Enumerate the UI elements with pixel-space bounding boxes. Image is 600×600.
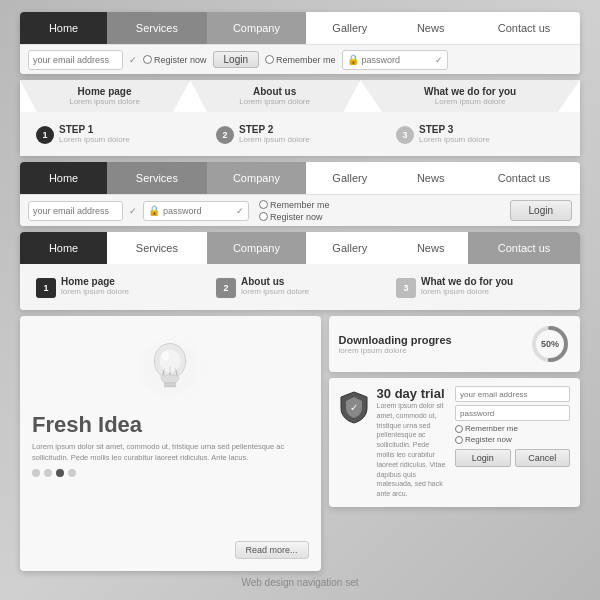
footer-label: Web design navigation set (241, 577, 358, 588)
lock-icon-2: 🔒 (148, 205, 160, 216)
bulb-icon (135, 333, 205, 403)
navbar-2: Home Services Company Gallery News Conta… (20, 162, 580, 226)
nav-tab-services-1[interactable]: Services (107, 12, 207, 44)
step-sub-3: Lorem ipsum dolore (419, 135, 490, 144)
download-title: Downloading progres (339, 334, 522, 346)
remember-radio-2[interactable]: Remember me (259, 200, 330, 210)
step-item-3: 3 STEP 3 Lorem ipsum dolore (390, 120, 570, 148)
step-num-2: 2 (216, 126, 234, 144)
nav-tab-contact-1[interactable]: Contact us (468, 12, 580, 44)
nav-tab-news-1[interactable]: News (393, 12, 468, 44)
remember-radio-1[interactable]: Remember me (265, 55, 336, 65)
trial-title: 30 day trial (377, 386, 447, 401)
nav-tabs-3: Home Services Company Gallery News Conta… (20, 232, 580, 264)
step-tab-about-sub: Lorem ipsum dolore (239, 97, 310, 106)
step-title-1: STEP 1 (59, 124, 130, 135)
nav-tab-gallery-3[interactable]: Gallery (306, 232, 393, 264)
step-tab-what-label: What we do for you (424, 86, 516, 97)
shield-svg: ✓ (339, 390, 369, 425)
trial-remember-radio[interactable] (455, 425, 463, 433)
step-tab-whatwedo-1[interactable]: What we do for you Lorem ipsum dolore (360, 80, 580, 112)
trial-sub: Lorem ipsum dolor sit amet, commodo ut, … (377, 401, 447, 499)
nav-tab-company-1[interactable]: Company (207, 12, 307, 44)
check-icon-2: ✓ (129, 206, 137, 216)
register-radio-2[interactable]: Register now (259, 212, 330, 222)
shield-icon: ✓ (339, 390, 369, 431)
remember-radio-input-1[interactable] (265, 55, 274, 64)
step-sub-1: Lorem ipsum dolore (59, 135, 130, 144)
progress-circle: 50% (530, 324, 570, 364)
step-items-1: 1 STEP 1 Lorem ipsum dolore 2 STEP 2 Lor… (20, 112, 580, 156)
trial-remember-label[interactable]: Remember me (455, 424, 570, 433)
email-input-2[interactable] (28, 201, 123, 221)
register-input-2[interactable] (259, 212, 268, 221)
step-item-1: 1 STEP 1 Lorem ipsum dolore (30, 120, 210, 148)
register-radio-1[interactable]: Register now (143, 55, 207, 65)
register-label-2: Register now (270, 212, 323, 222)
svg-rect-2 (164, 382, 176, 385)
trial-cancel-btn[interactable]: Cancel (515, 449, 571, 467)
read-more-btn[interactable]: Read more... (235, 541, 309, 559)
remember-label-1: Remember me (276, 55, 336, 65)
nav-tab-services-3[interactable]: Services (107, 232, 207, 264)
step-item-2: 2 STEP 2 Lorem ipsum dolore (210, 120, 390, 148)
trial-btn-row: Login Cancel (455, 449, 570, 467)
svg-rect-3 (164, 385, 176, 388)
login-bar-1: ✓ Register now Login Remember me 🔒 ✓ (20, 44, 580, 74)
lock-icon-1: 🔒 (347, 54, 359, 65)
nav-tab-news-2[interactable]: News (393, 162, 468, 194)
login-btn-1[interactable]: Login (213, 51, 259, 68)
nav-tab-home-2[interactable]: Home (20, 162, 107, 194)
register-label-1: Register now (154, 55, 207, 65)
remember-input-2[interactable] (259, 200, 268, 209)
nav-tab-company-2[interactable]: Company (207, 162, 307, 194)
step-items-3: 1 Home page lorem ipsum dolore 2 About u… (20, 264, 580, 310)
trial-email-input[interactable] (455, 386, 570, 402)
register-radio-input-1[interactable] (143, 55, 152, 64)
step-item-3-3: 3 What we do for you lorem ipsum dolore (390, 272, 570, 302)
trial-register-label[interactable]: Register now (455, 435, 570, 444)
nav-tab-contact-2[interactable]: Contact us (468, 162, 580, 194)
step-num-3: 3 (396, 126, 414, 144)
password-wrap-1: 🔒 ✓ (342, 50, 448, 70)
trial-remember-text: Remember me (465, 424, 518, 433)
trial-register-text: Register now (465, 435, 512, 444)
nav-tab-company-3[interactable]: Company (207, 232, 307, 264)
progress-label: 50% (541, 339, 559, 349)
trial-register-radio[interactable] (455, 436, 463, 444)
nav-tabs-1: Home Services Company Gallery News Conta… (20, 12, 580, 44)
email-input-1[interactable] (28, 50, 123, 70)
step-tab-home-sub: Lorem ipsum dolore (69, 97, 140, 106)
shield-area: ✓ (339, 386, 369, 499)
step-tab-about-label: About us (239, 86, 310, 97)
bulb-area (32, 328, 309, 408)
password-input-2[interactable] (163, 206, 233, 216)
step-tab-home-1[interactable]: Home page Lorem ipsum dolore (20, 80, 190, 112)
trial-password-input[interactable] (455, 405, 570, 421)
nav-tab-gallery-2[interactable]: Gallery (306, 162, 393, 194)
nav-tab-news-3[interactable]: News (393, 232, 468, 264)
trial-form: Remember me Register now Login Cancel (455, 386, 570, 499)
nav-tab-gallery-1[interactable]: Gallery (306, 12, 393, 44)
bottom-row: Fresh Idea Lorem ipsum dolor sit amet, c… (20, 316, 580, 571)
fresh-card: Fresh Idea Lorem ipsum dolor sit amet, c… (20, 316, 321, 571)
nav-tab-services-2[interactable]: Services (107, 162, 207, 194)
step3-title-1: Home page (61, 276, 129, 287)
navbar-3: Home Services Company Gallery News Conta… (20, 232, 580, 310)
step-tab-home-label: Home page (69, 86, 140, 97)
step-bar-1: Home page Lorem ipsum dolore About us Lo… (20, 80, 580, 156)
step3-title-2: About us (241, 276, 309, 287)
step-num3-3: 3 (396, 278, 416, 298)
login-btn-2[interactable]: Login (510, 200, 572, 221)
step-num3-1: 1 (36, 278, 56, 298)
nav-tab-contact-3[interactable]: Contact us (468, 232, 580, 264)
password-wrap-2: 🔒 ✓ (143, 201, 249, 221)
download-sub: lorem ipsum dolore (339, 346, 522, 355)
nav-tab-home-1[interactable]: Home (20, 12, 107, 44)
trial-login-btn[interactable]: Login (455, 449, 511, 467)
nav-tab-home-3[interactable]: Home (20, 232, 107, 264)
step-num3-2: 2 (216, 278, 236, 298)
trial-card: ✓ 30 day trial Lorem ipsum dolor sit ame… (329, 378, 580, 507)
password-input-1[interactable] (362, 55, 432, 65)
step-tab-about-1[interactable]: About us Lorem ipsum dolore (190, 80, 360, 112)
